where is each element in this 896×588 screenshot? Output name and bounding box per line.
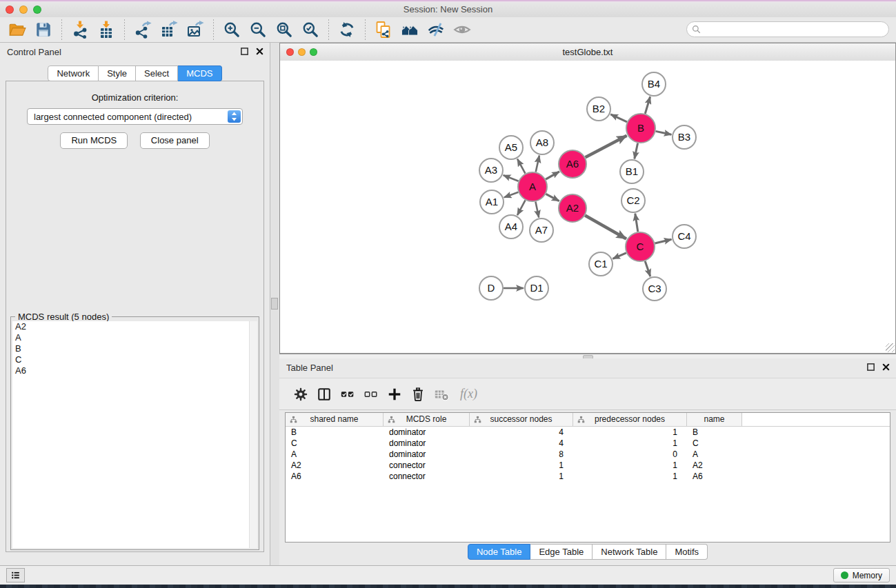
toggle-graphics-button[interactable]: [450, 19, 474, 41]
graph-node-A4[interactable]: A4: [499, 215, 523, 239]
mcds-result-item[interactable]: A6: [12, 365, 257, 376]
graph-node-A3[interactable]: A3: [479, 159, 503, 182]
select-all-columns-button[interactable]: [337, 383, 359, 405]
search-box[interactable]: [686, 21, 889, 37]
edge-C-C4[interactable]: [655, 239, 671, 243]
tab-edge-table[interactable]: Edge Table: [530, 544, 593, 560]
edge-A-A2[interactable]: [546, 194, 559, 201]
edge-A2-C[interactable]: [585, 215, 626, 239]
task-history-button[interactable]: [6, 568, 25, 582]
close-panel-button[interactable]: Close panel: [140, 132, 210, 149]
edge-B-B3[interactable]: [656, 131, 672, 134]
mcds-result-item[interactable]: B: [12, 343, 257, 354]
column-header-MCDS-role[interactable]: MCDS role: [384, 413, 470, 426]
unselect-all-columns-button[interactable]: [360, 383, 382, 405]
column-header-predecessor-nodes[interactable]: predecessor nodes: [573, 413, 687, 426]
edge-B-B1[interactable]: [635, 143, 638, 159]
edge-A-A8[interactable]: [536, 156, 539, 172]
open-file-button[interactable]: [6, 19, 29, 41]
show-columns-button[interactable]: [313, 383, 335, 405]
edge-A-A4[interactable]: [517, 200, 526, 215]
table-row[interactable]: Adominator80A: [286, 449, 890, 460]
tab-network[interactable]: Network: [48, 65, 99, 81]
graph-node-A6[interactable]: A6: [559, 150, 586, 178]
memory-button[interactable]: Memory: [833, 568, 890, 582]
graph-node-A8[interactable]: A8: [530, 131, 554, 154]
mcds-result-item[interactable]: C: [12, 354, 257, 365]
splitter-handle[interactable]: [271, 298, 278, 310]
search-input[interactable]: [704, 23, 883, 37]
graph-node-C[interactable]: C: [626, 232, 655, 261]
edge-A-A6[interactable]: [546, 172, 559, 179]
edge-A-A3[interactable]: [504, 175, 519, 181]
mcds-result-item[interactable]: A2: [12, 321, 257, 332]
edge-C-C3[interactable]: [645, 261, 650, 276]
tab-network-table[interactable]: Network Table: [593, 544, 666, 560]
table-settings-button[interactable]: [290, 383, 312, 405]
close-panel-icon[interactable]: [255, 47, 264, 56]
edge-A-A7[interactable]: [535, 202, 539, 218]
graph-node-B[interactable]: B: [626, 114, 655, 143]
refresh-layout-button[interactable]: [335, 19, 359, 41]
node-table[interactable]: shared nameMCDS rolesuccessor nodesprede…: [285, 412, 890, 543]
edge-A-A5[interactable]: [517, 159, 525, 174]
graph-node-B3[interactable]: B3: [673, 125, 696, 149]
edge-B-B4[interactable]: [645, 97, 650, 114]
table-row[interactable]: Bdominator41B: [286, 427, 890, 438]
column-header-name[interactable]: name: [687, 413, 742, 426]
network-graph[interactable]: B4B2BB3A8A5A6A3B1AC2A1A2A4A7C4CC1C3DD1: [280, 61, 895, 353]
float-panel-icon[interactable]: [866, 363, 875, 372]
save-session-button[interactable]: [32, 19, 55, 41]
graph-node-C4[interactable]: C4: [673, 225, 696, 248]
zoom-out-button[interactable]: [246, 19, 270, 41]
graph-node-D1[interactable]: D1: [525, 276, 548, 300]
graph-node-A[interactable]: A: [518, 172, 547, 201]
table-row[interactable]: A6connector11A6: [286, 471, 890, 482]
horizontal-splitter[interactable]: [279, 354, 896, 358]
edge-C-C1[interactable]: [613, 253, 626, 259]
delete-table-button[interactable]: [430, 383, 452, 405]
first-neighbors-button[interactable]: [398, 19, 421, 41]
window-resize-grip[interactable]: [886, 343, 895, 352]
import-table-button[interactable]: [94, 19, 118, 41]
clone-network-button[interactable]: [372, 19, 395, 41]
create-column-button[interactable]: [384, 383, 406, 405]
graph-node-B1[interactable]: B1: [620, 160, 644, 183]
graph-node-C1[interactable]: C1: [589, 252, 613, 276]
table-row[interactable]: A2connector11A2: [286, 460, 890, 471]
zoom-in-button[interactable]: [220, 19, 243, 41]
export-image-button[interactable]: [183, 19, 207, 41]
graph-node-D[interactable]: D: [479, 276, 503, 300]
criterion-select[interactable]: largest connected component (directed): [27, 108, 243, 125]
network-window-title-bar[interactable]: testGlobe.txt: [280, 43, 895, 61]
zoom-selected-button[interactable]: [299, 19, 322, 41]
float-panel-icon[interactable]: [240, 47, 249, 56]
import-network-button[interactable]: [68, 19, 92, 41]
graph-node-A1[interactable]: A1: [480, 190, 504, 214]
zoom-fit-button[interactable]: [272, 19, 296, 41]
graph-node-C2[interactable]: C2: [621, 189, 645, 212]
show-graphics-details-button[interactable]: [424, 19, 448, 41]
scrollbar-track[interactable]: [249, 321, 257, 548]
function-builder-button[interactable]: f(x): [460, 387, 477, 401]
graph-node-B2[interactable]: B2: [587, 97, 610, 121]
graph-node-C3[interactable]: C3: [643, 277, 666, 301]
tab-select[interactable]: Select: [136, 65, 178, 81]
graph-node-A2[interactable]: A2: [559, 194, 586, 222]
select-stepper[interactable]: [228, 110, 241, 123]
export-network-button[interactable]: [131, 19, 155, 41]
delete-columns-button[interactable]: [407, 383, 429, 405]
mcds-result-list[interactable]: A2ABCA6: [12, 321, 257, 548]
run-mcds-button[interactable]: Run MCDS: [60, 132, 128, 149]
tab-mcds[interactable]: MCDS: [178, 65, 221, 81]
tab-node-table[interactable]: Node Table: [468, 544, 531, 560]
vertical-splitter[interactable]: [270, 43, 279, 565]
tab-style[interactable]: Style: [99, 65, 136, 81]
graph-node-B4[interactable]: B4: [642, 72, 666, 96]
graph-node-A7[interactable]: A7: [530, 219, 553, 242]
mcds-result-item[interactable]: A: [12, 332, 257, 343]
column-header-shared-name[interactable]: shared name: [286, 413, 384, 426]
tab-motifs[interactable]: Motifs: [666, 544, 708, 560]
edge-C-C2[interactable]: [635, 214, 638, 232]
export-table-button[interactable]: [157, 19, 181, 41]
